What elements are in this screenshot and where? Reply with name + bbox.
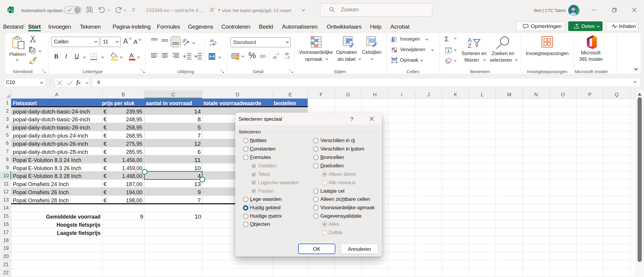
svg-text:€: € — [103, 157, 107, 163]
svg-text:€: € — [103, 149, 107, 155]
svg-text:9: 9 — [198, 189, 201, 195]
svg-text:1.456,00: 1.456,00 — [122, 157, 142, 163]
svg-text:17: 17 — [3, 229, 9, 235]
svg-text:L: L — [481, 92, 484, 97]
svg-text:popal-daily-dutch-plus-26-inch: popal-daily-dutch-plus-26-inch — [13, 141, 88, 147]
svg-text:14: 14 — [194, 108, 201, 115]
svg-text:C: C — [171, 92, 175, 97]
svg-text:1: 1 — [6, 100, 9, 105]
svg-text:7: 7 — [6, 148, 9, 154]
svg-text:15: 15 — [3, 213, 9, 219]
svg-text:A: A — [55, 92, 58, 97]
svg-text:popal-daily-dutch-basic-26-inc: popal-daily-dutch-basic-26-inch — [13, 116, 90, 123]
svg-text:8: 8 — [198, 116, 201, 123]
svg-text:3: 3 — [6, 116, 9, 122]
svg-text:popal-daily-dutch-basic-28-inc: popal-daily-dutch-basic-28-inch — [13, 124, 90, 131]
svg-text:popal-daily-dutch-plus-28-inch: popal-daily-dutch-plus-28-inch — [13, 149, 88, 155]
svg-text:258,95: 258,95 — [126, 124, 142, 131]
svg-text:13: 13 — [194, 181, 201, 187]
svg-text:aantal in voorraad: aantal in voorraad — [146, 100, 192, 106]
svg-text:14: 14 — [3, 205, 9, 210]
svg-text:€: € — [103, 173, 107, 179]
svg-text:Popal E-Volution 8.3 24 Inch: Popal E-Volution 8.3 24 Inch — [13, 157, 82, 163]
svg-text:.00: .00 — [284, 52, 289, 56]
svg-text:20: 20 — [3, 254, 9, 259]
svg-text:prijs per stuk: prijs per stuk — [102, 100, 134, 106]
svg-text:16: 16 — [3, 221, 9, 227]
svg-text:6: 6 — [6, 140, 9, 146]
svg-text:1.459,00: 1.459,00 — [122, 165, 142, 171]
svg-text:5: 5 — [198, 124, 201, 131]
svg-text:€: € — [103, 189, 107, 195]
svg-text:O: O — [561, 92, 565, 97]
svg-text:21: 21 — [3, 262, 9, 267]
svg-text:←0: ←0 — [275, 52, 279, 56]
svg-text:Fietssoort: Fietssoort — [13, 100, 37, 106]
svg-text:Popal Omafiets 28 Inch: Popal Omafiets 28 Inch — [13, 197, 69, 204]
svg-text:275,95: 275,95 — [126, 141, 142, 147]
svg-text:G: G — [346, 92, 350, 97]
svg-text:.00: .00 — [272, 56, 277, 59]
svg-text:€: € — [103, 165, 107, 171]
svg-text:5: 5 — [6, 132, 9, 138]
svg-text:8: 8 — [6, 157, 9, 162]
svg-text:B: B — [122, 92, 125, 97]
svg-text:Popal Omafiets 26 Inch: Popal Omafiets 26 Inch — [13, 189, 69, 195]
svg-text:F: F — [320, 92, 323, 97]
svg-text:X: X — [8, 8, 10, 12]
svg-text:K: K — [454, 92, 457, 97]
svg-text:10: 10 — [195, 213, 201, 220]
svg-text:€: € — [103, 197, 107, 204]
svg-text:Popal E-Volution 8.3 28 Inch: Popal E-Volution 8.3 28 Inch — [13, 173, 82, 179]
svg-text:11: 11 — [4, 181, 9, 186]
svg-text:187,00: 187,00 — [126, 181, 142, 187]
svg-text:248,95: 248,95 — [126, 116, 142, 123]
svg-text:bestellen: bestellen — [274, 100, 296, 106]
svg-text:6: 6 — [198, 149, 201, 155]
svg-text:popal-daily-dutch-plus-24-inch: popal-daily-dutch-plus-24-inch — [13, 132, 88, 139]
svg-text:12: 12 — [3, 189, 9, 194]
svg-text:1.468,00: 1.468,00 — [122, 173, 142, 179]
svg-text:Q: Q — [615, 92, 618, 97]
svg-text:E: E — [288, 92, 292, 97]
svg-text:12: 12 — [194, 141, 201, 147]
svg-text:239,95: 239,95 — [126, 108, 142, 115]
svg-text:2: 2 — [6, 108, 9, 114]
svg-text:D: D — [236, 92, 239, 97]
svg-text:H: H — [373, 92, 377, 97]
svg-text:popal-daily-dutch-basic-24-inc: popal-daily-dutch-basic-24-inch — [13, 108, 90, 115]
svg-text:9: 9 — [140, 213, 143, 220]
svg-text:13: 13 — [3, 197, 9, 202]
svg-text:22: 22 — [3, 270, 9, 275]
svg-text:10: 10 — [194, 165, 201, 171]
svg-text:€: € — [103, 181, 107, 187]
svg-text:N: N — [534, 92, 538, 97]
svg-text:J: J — [427, 92, 430, 97]
svg-text:Popal Omafiets 24 Inch: Popal Omafiets 24 Inch — [13, 181, 69, 187]
svg-text:Hoogste fietsprijs: Hoogste fietsprijs — [57, 222, 100, 228]
svg-text:7: 7 — [198, 197, 201, 204]
svg-text:11: 11 — [194, 157, 201, 163]
svg-text:€: € — [103, 116, 107, 123]
svg-text:€: € — [103, 108, 107, 115]
svg-text:Z: Z — [468, 42, 471, 48]
svg-text:Laagste fietsprijs: Laagste fietsprijs — [57, 230, 100, 236]
svg-text:Popal E-Volution 8.3 26 Inch: Popal E-Volution 8.3 26 Inch — [13, 165, 82, 171]
svg-text:c: c — [210, 42, 212, 46]
svg-text:285,95: 285,95 — [126, 149, 142, 155]
svg-text:10: 10 — [3, 173, 9, 178]
svg-text:€: € — [103, 132, 107, 139]
svg-text:18: 18 — [3, 238, 9, 243]
svg-text:P: P — [588, 92, 591, 97]
svg-text:194,00: 194,00 — [126, 189, 142, 195]
svg-text:19: 19 — [3, 245, 9, 251]
svg-text:198,00: 198,00 — [126, 197, 142, 204]
svg-text:totale voorraadwaarde: totale voorraadwaarde — [204, 100, 261, 106]
svg-text:€: € — [103, 141, 107, 147]
svg-text:268,95: 268,95 — [126, 132, 142, 139]
svg-text:€: € — [103, 124, 107, 131]
svg-text:Gemiddelde voorraad: Gemiddelde voorraad — [46, 213, 100, 220]
svg-text:7: 7 — [198, 132, 201, 139]
svg-text:→.0: →.0 — [284, 56, 289, 59]
svg-text:4: 4 — [6, 124, 9, 129]
